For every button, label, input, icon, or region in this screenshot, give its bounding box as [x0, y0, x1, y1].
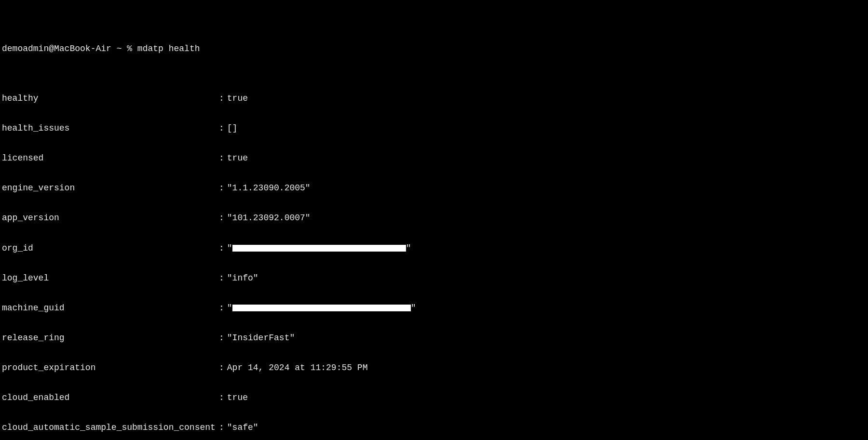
quote-pre: " [227, 303, 232, 313]
quote-post: " [406, 243, 411, 253]
row-licensed: licensed:true [2, 153, 866, 163]
key: machine_guid [2, 303, 219, 313]
row-machine-guid: machine_guid:"" [2, 303, 866, 313]
row-log-level: log_level:"info" [2, 273, 866, 283]
row-healthy: healthy:true [2, 93, 866, 104]
sep: : [219, 183, 227, 193]
value: "InsiderFast" [227, 333, 295, 343]
key: org_id [2, 243, 219, 253]
value: "" [227, 243, 411, 253]
sep: : [219, 363, 227, 373]
terminal-output: demoadmin@MacBook-Air ~ % mdatp health h… [0, 0, 868, 440]
key: product_expiration [2, 363, 219, 373]
key: licensed [2, 153, 219, 163]
row-health-issues: health_issues:[] [2, 123, 866, 133]
value: "" [227, 303, 416, 313]
value: "1.1.23090.2005" [227, 183, 311, 193]
sep: : [219, 93, 227, 104]
sep: : [219, 213, 227, 223]
sep: : [219, 423, 227, 433]
quote-post: " [411, 303, 416, 313]
sep: : [219, 243, 227, 253]
value: "info" [227, 273, 258, 283]
redacted-bar [232, 305, 411, 311]
row-cloud-auto-sample: cloud_automatic_sample_submission_consen… [2, 423, 866, 433]
sep: : [219, 123, 227, 133]
row-product-expiration: product_expiration:Apr 14, 2024 at 11:29… [2, 363, 866, 373]
key: cloud_automatic_sample_submission_consen… [2, 423, 219, 433]
value: true [227, 393, 248, 403]
prompt-line-1: demoadmin@MacBook-Air ~ % mdatp health [2, 44, 866, 54]
key: health_issues [2, 123, 219, 133]
prompt-path: ~ % [111, 44, 137, 54]
sep: : [219, 153, 227, 163]
value: true [227, 93, 248, 104]
row-engine-version: engine_version:"1.1.23090.2005" [2, 183, 866, 193]
prompt-command: mdatp health [137, 44, 200, 54]
key: app_version [2, 213, 219, 223]
value: [] [227, 123, 238, 133]
row-release-ring: release_ring:"InsiderFast" [2, 333, 866, 343]
row-app-version: app_version:"101.23092.0007" [2, 213, 866, 223]
redacted-bar [232, 245, 406, 252]
sep: : [219, 393, 227, 403]
key: log_level [2, 273, 219, 283]
sep: : [219, 303, 227, 313]
key: engine_version [2, 183, 219, 193]
key: healthy [2, 93, 219, 104]
key: cloud_enabled [2, 393, 219, 403]
value: "safe" [227, 423, 258, 433]
key: release_ring [2, 333, 219, 343]
value: "101.23092.0007" [227, 213, 311, 223]
value: Apr 14, 2024 at 11:29:55 PM [227, 363, 368, 373]
row-org-id: org_id:"" [2, 243, 866, 253]
row-cloud-enabled: cloud_enabled:true [2, 393, 866, 403]
value: true [227, 153, 248, 163]
prompt-user: demoadmin@MacBook-Air [2, 44, 111, 54]
sep: : [219, 273, 227, 283]
quote-pre: " [227, 243, 232, 253]
sep: : [219, 333, 227, 343]
